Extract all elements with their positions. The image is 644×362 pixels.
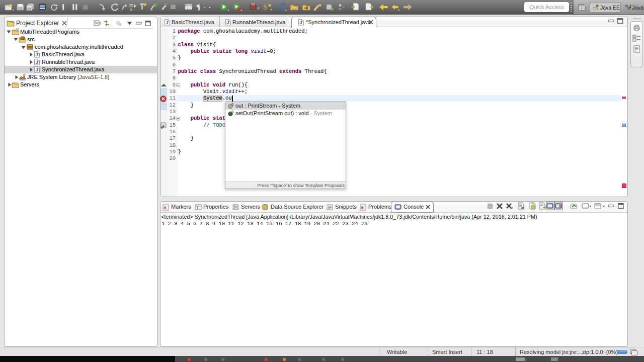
svg-text:J: J xyxy=(166,20,169,25)
svg-text:S: S xyxy=(231,110,234,114)
svg-text:J: J xyxy=(36,67,38,72)
svg-text:J: J xyxy=(300,20,302,25)
svg-text:S: S xyxy=(231,103,234,106)
svg-text:¶: ¶ xyxy=(196,3,200,11)
svg-text:J: J xyxy=(36,60,38,65)
svg-text:J: J xyxy=(36,52,38,57)
svg-text:J: J xyxy=(227,20,229,25)
svg-text:S: S xyxy=(263,4,267,11)
svg-text:J: J xyxy=(629,4,631,9)
